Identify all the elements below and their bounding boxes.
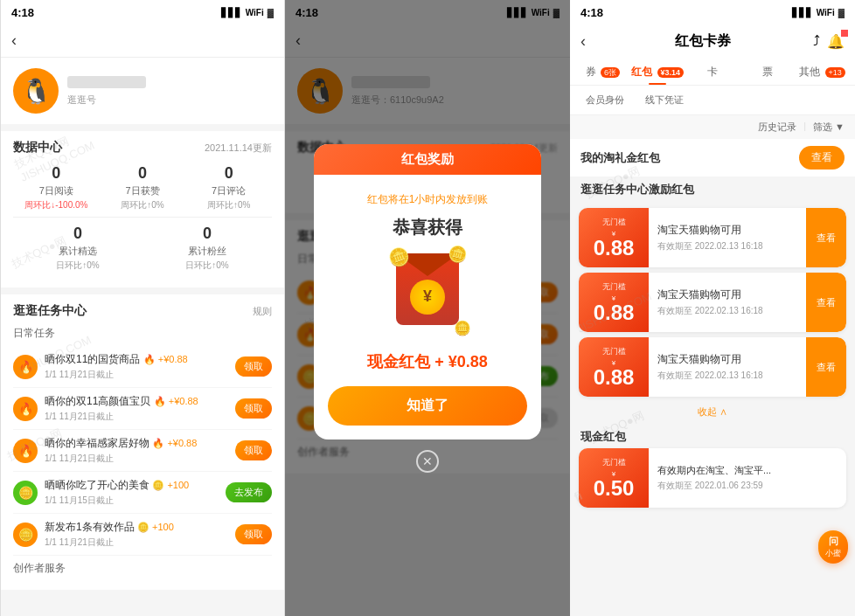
p3-main-tabs: 券 6张 红包 ¥3.14 卡 票 其他 +13 bbox=[570, 58, 855, 86]
gift-section-title: 我的淘礼金红包 bbox=[580, 150, 799, 166]
gift-view-button[interactable]: 查看 bbox=[799, 146, 845, 170]
avatar-icon-1: 🐧 bbox=[21, 77, 52, 106]
status-icons-1: ▋▋▋ WiFi ▓ bbox=[221, 8, 274, 17]
cash-section-title: 现金红包 bbox=[570, 424, 855, 448]
re-view-btn-2[interactable]: 查看 bbox=[806, 273, 846, 332]
re-item-3: 无门槛 ¥ 0.88 淘宝天猫购物可用 有效期至 2022.02.13 16:1… bbox=[579, 337, 846, 397]
profile-id-1: 逛逛号 bbox=[67, 93, 272, 107]
data-center-date-1: 2021.11.14更新 bbox=[205, 142, 272, 155]
p3-nav-actions: ⤴ 🔔 bbox=[813, 33, 845, 50]
task-icon-1: 🔥 bbox=[13, 355, 38, 379]
task-center-1: 逛逛任务中心 规则 日常任务 🔥 晒你双11的国货商品 🔥 +¥0.88 1/1… bbox=[1, 294, 284, 590]
task-icon-3: 🔥 bbox=[13, 439, 38, 463]
filter-link[interactable]: 筛选 ▼ bbox=[813, 121, 845, 134]
wifi-icon-1: WiFi bbox=[246, 8, 264, 17]
avatar-1: 🐧 bbox=[13, 68, 59, 114]
p3-scroll-area[interactable]: 我的淘礼金红包 查看 逛逛任务中心激励红包 无门槛 ¥ 0.88 淘宝天猫购物可… bbox=[570, 139, 855, 616]
task-item-3: 🔥 晒你的幸福感家居好物 🔥 +¥0.88 1/1 11月21日截止 领取 bbox=[13, 430, 272, 472]
task-icon-2: 🔥 bbox=[13, 397, 38, 421]
data-center-header-1: 数据中心 2021.11.14更新 bbox=[13, 140, 272, 156]
task-btn-2[interactable]: 领取 bbox=[235, 398, 272, 419]
modal-congrats: 恭喜获得 bbox=[328, 216, 527, 239]
stat-selected: 0 累计精选 日环比↑0% bbox=[13, 225, 142, 272]
task-info-5: 新发布1条有效作品 🪙 +100 1/1 11月21日截止 bbox=[45, 520, 235, 549]
status-icons-3: ▋▋▋ WiFi ▓ bbox=[792, 8, 845, 17]
re-item-2-right: 淘宝天猫购物可用 有效期至 2022.02.13 16:18 bbox=[649, 273, 806, 332]
modal-title: 红包奖励 bbox=[401, 151, 454, 168]
cash-re-item-1: 无门槛 ¥ 0.50 有效期内在淘宝、淘宝平... 有效期至 2022.01.0… bbox=[579, 448, 846, 508]
stat-read: 0 7日阅读 周环比↓-100.0% bbox=[13, 164, 100, 211]
gift-section: 我的淘礼金红包 查看 bbox=[570, 139, 855, 176]
modal-subtitle: 红包将在1小时内发放到账 bbox=[328, 192, 527, 207]
modal-body: 红包将在1小时内发放到账 恭喜获得 ¥ 🪙 🪙 🪙 bbox=[314, 175, 541, 440]
top-nav-1: ‹ bbox=[1, 24, 284, 58]
battery-icon-1: ▓ bbox=[268, 8, 274, 17]
task-rules-1[interactable]: 规则 bbox=[253, 305, 272, 318]
data-center-1: 数据中心 2021.11.14更新 0 7日阅读 周环比↓-100.0% 0 7… bbox=[1, 131, 284, 287]
re-view-btn-3[interactable]: 查看 bbox=[806, 337, 846, 397]
re-item-3-right: 淘宝天猫购物可用 有效期至 2022.02.13 16:18 bbox=[649, 337, 806, 397]
task-item-2: 🔥 晒你的双11高颜值宝贝 🔥 +¥0.88 1/1 11月21日截止 领取 bbox=[13, 388, 272, 430]
modal-close-button[interactable]: ✕ bbox=[416, 450, 439, 473]
modal-close-area: ✕ bbox=[314, 450, 541, 473]
tab-red-envelope[interactable]: 红包 ¥3.14 bbox=[630, 58, 685, 85]
p3-nav: ‹ 红包卡券 ⤴ 🔔 bbox=[570, 24, 855, 58]
subtab-offline[interactable]: 线下凭证 bbox=[638, 91, 691, 109]
back-button-1[interactable]: ‹ bbox=[11, 31, 17, 50]
data-center-title-1: 数据中心 bbox=[13, 140, 62, 156]
p3-nav-title: 红包卡券 bbox=[593, 32, 813, 51]
history-link[interactable]: 历史记录 bbox=[758, 121, 796, 134]
re-item-1-right: 淘宝天猫购物可用 有效期至 2022.02.13 16:18 bbox=[649, 208, 806, 267]
share-icon[interactable]: ⤴ bbox=[813, 33, 820, 49]
p3-sub-tabs: 会员身份 线下凭证 bbox=[570, 86, 855, 115]
status-bar-3: 4:18 ▋▋▋ WiFi ▓ bbox=[570, 0, 855, 24]
tab-other[interactable]: 其他 +13 bbox=[795, 58, 850, 85]
task-btn-5[interactable]: 领取 bbox=[235, 524, 272, 544]
daily-task-title-1: 日常任务 bbox=[13, 326, 272, 341]
subtab-member[interactable]: 会员身份 bbox=[579, 91, 631, 109]
battery-icon-3: ▓ bbox=[838, 8, 845, 17]
task-btn-3[interactable]: 领取 bbox=[235, 440, 272, 460]
creator-task-title-1: 创作者服务 bbox=[13, 561, 272, 576]
panel-1: 4:18 ▋▋▋ WiFi ▓ ‹ 🐧 逛逛号 数据中心 bbox=[0, 0, 285, 616]
p3-back-button[interactable]: ‹ bbox=[580, 32, 586, 51]
task-info-2: 晒你的双11高颜值宝贝 🔥 +¥0.88 1/1 11月21日截止 bbox=[45, 394, 235, 423]
profile-info-1: 逛逛号 bbox=[67, 76, 272, 107]
tab-ticket[interactable]: 票 bbox=[740, 58, 795, 85]
tab-card[interactable]: 卡 bbox=[685, 58, 740, 85]
time-1: 4:18 bbox=[11, 6, 34, 19]
red-envelope-illustration: ¥ 🪙 🪙 🪙 bbox=[388, 253, 467, 341]
modal-header: 红包奖励 bbox=[314, 144, 541, 175]
task-center-title-1: 逛逛任务中心 bbox=[13, 303, 87, 319]
re-item-2: 无门槛 ¥ 0.88 淘宝天猫购物可用 有效期至 2022.02.13 16:1… bbox=[579, 273, 846, 332]
notification-icon[interactable]: 🔔 bbox=[827, 33, 845, 50]
modal-confirm-button[interactable]: 知道了 bbox=[328, 386, 527, 426]
task-btn-1[interactable]: 领取 bbox=[235, 356, 272, 377]
panel-2: 4:18 ▋▋▋ WiFi ▓ ‹ 🐧 逛逛号：6110c9u9A2 数据 bbox=[285, 0, 570, 616]
task-btn-4[interactable]: 去发布 bbox=[226, 482, 272, 502]
scroll-area-1[interactable]: 数据中心 2021.11.14更新 0 7日阅读 周环比↓-100.0% 0 7… bbox=[1, 124, 284, 616]
stat-comments: 0 7日评论 周环比↑0% bbox=[185, 164, 272, 211]
task-icon-5: 🪙 bbox=[13, 523, 38, 547]
modal-overlay: 红包奖励 红包将在1小时内发放到账 恭喜获得 ¥ bbox=[285, 24, 570, 616]
status-bar-1: 4:18 ▋▋▋ WiFi ▓ bbox=[1, 0, 284, 24]
panel-3-content: ‹ 红包卡券 ⤴ 🔔 券 6张 红包 ¥3.14 卡 bbox=[570, 24, 855, 616]
wifi-icon-3: WiFi bbox=[817, 8, 835, 17]
tab-voucher[interactable]: 券 6张 bbox=[575, 58, 630, 85]
task-center-header-1: 逛逛任务中心 规则 bbox=[13, 303, 272, 319]
re-item-1-left: 无门槛 ¥ 0.88 bbox=[579, 208, 649, 267]
p3-toolbar: 历史记录 | 筛选 ▼ bbox=[570, 115, 855, 139]
red-envelope-list: 无门槛 ¥ 0.88 淘宝天猫购物可用 有效期至 2022.02.13 16:1… bbox=[570, 203, 855, 508]
panel-3: 4:18 ▋▋▋ WiFi ▓ ‹ 红包卡券 ⤴ 🔔 券 6张 bbox=[570, 0, 855, 616]
chat-button[interactable]: 问 小蜜 bbox=[818, 530, 848, 564]
time-3: 4:18 bbox=[580, 6, 603, 19]
task-item-1: 🔥 晒你双11的国货商品 🔥 +¥0.88 1/1 11月21日截止 领取 bbox=[13, 346, 272, 388]
re-item-3-left: 无门槛 ¥ 0.88 bbox=[579, 337, 649, 397]
profile-name-bar-1 bbox=[67, 76, 146, 88]
re-item-1: 无门槛 ¥ 0.88 淘宝天猫购物可用 有效期至 2022.02.13 16:1… bbox=[579, 208, 846, 267]
collect-toggle[interactable]: 收起 ∧ bbox=[570, 402, 855, 424]
panel-1-content: ‹ 🐧 逛逛号 数据中心 2021.11.14更新 0 bbox=[1, 24, 284, 616]
task-icon-4: 🪙 bbox=[13, 481, 38, 505]
re-view-btn-1[interactable]: 查看 bbox=[806, 208, 846, 267]
modal-container: 红包奖励 红包将在1小时内发放到账 恭喜获得 ¥ bbox=[314, 144, 541, 473]
